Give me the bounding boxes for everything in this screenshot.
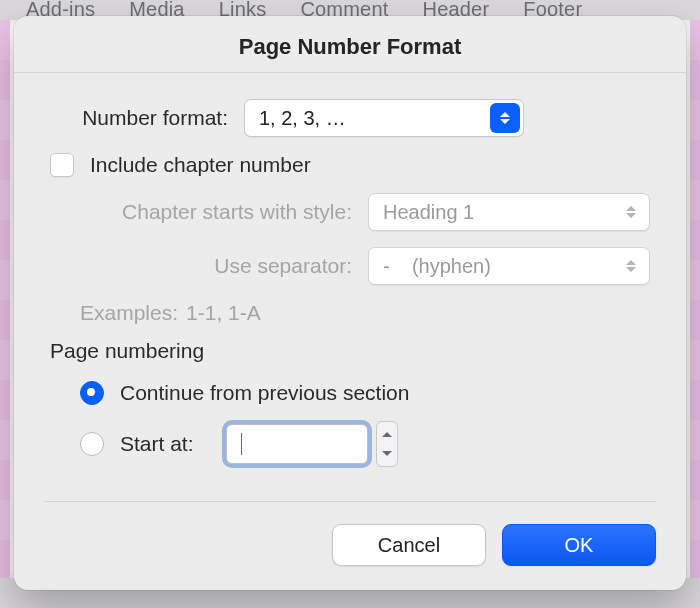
ok-button[interactable]: OK [502,524,656,566]
chapter-style-value: Heading 1 [383,201,474,224]
include-chapter-label: Include chapter number [90,153,311,177]
cancel-button-label: Cancel [378,534,440,557]
number-format-select[interactable]: 1, 2, 3, … [244,99,524,137]
chapter-style-label: Chapter starts with style: [80,200,352,224]
separator-value: - (hyphen) [383,255,491,278]
ok-button-label: OK [565,534,594,557]
chevron-up-icon [382,432,392,437]
page-edge-right [690,20,700,578]
continue-label: Continue from previous section [120,381,409,405]
start-at-radio[interactable] [80,432,104,456]
chevron-updown-icon [616,197,646,227]
start-at-label: Start at: [120,432,210,456]
chevron-updown-icon [490,103,520,133]
page-numbering-label: Page numbering [50,339,650,363]
separator-select[interactable]: - (hyphen) [368,247,650,285]
page-number-format-dialog: Page Number Format Number format: 1, 2, … [14,16,686,590]
chevron-updown-icon [616,251,646,281]
start-at-stepper[interactable] [376,421,398,467]
start-at-input[interactable] [226,424,368,464]
number-format-value: 1, 2, 3, … [259,107,346,130]
chevron-down-icon [382,451,392,456]
cancel-button[interactable]: Cancel [332,524,486,566]
page-edge-left [0,20,10,578]
separator-label: Use separator: [80,254,352,278]
chapter-style-select[interactable]: Heading 1 [368,193,650,231]
dialog-title: Page Number Format [14,16,686,72]
text-caret-icon [241,433,242,455]
continue-radio[interactable] [80,381,104,405]
include-chapter-checkbox[interactable] [50,153,74,177]
examples-label: Examples: [80,301,178,325]
number-format-label: Number format: [50,106,228,130]
examples-value: 1-1, 1-A [186,301,261,325]
